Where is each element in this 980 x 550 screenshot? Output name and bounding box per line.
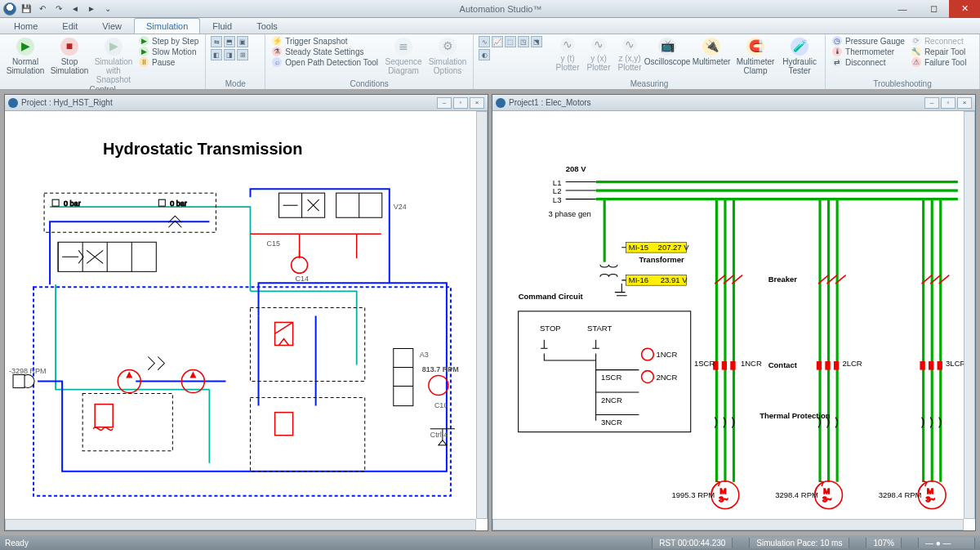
- zoom-slider[interactable]: — ● —: [918, 538, 975, 548]
- svg-rect-20: [95, 405, 113, 427]
- svg-text:A3: A3: [420, 351, 429, 359]
- maximize-button[interactable]: ◻: [918, 0, 949, 18]
- mode-icon[interactable]: ⊞: [237, 49, 248, 60]
- open-path-button[interactable]: ⌕Open Path Detection Tool: [270, 57, 380, 67]
- pause-button[interactable]: ⏸Pause: [137, 57, 200, 67]
- group-label-mode: Mode: [211, 78, 260, 89]
- hscroll[interactable]: [5, 519, 476, 530]
- trigger-snapshot-button[interactable]: ⚡Trigger Snapshot: [270, 36, 380, 46]
- doc-min-icon[interactable]: –: [437, 97, 452, 109]
- multimeter-button[interactable]: 🔌Multimeter: [691, 36, 732, 66]
- pressure-gauge-button[interactable]: ◷Pressure Gauge: [831, 36, 906, 46]
- step-button[interactable]: ▶Step by Step: [137, 36, 200, 46]
- tab-fluid[interactable]: Fluid: [200, 18, 244, 34]
- window-buttons: — ◻ ✕: [887, 0, 980, 18]
- repair-tool-button[interactable]: 🔧Repair Tool: [910, 47, 969, 56]
- svg-rect-12: [52, 199, 59, 206]
- stop-sim-button[interactable]: ■Stop Simulation: [49, 36, 90, 75]
- mode-icon[interactable]: ▣: [237, 36, 248, 47]
- plot-icon[interactable]: ◳: [518, 36, 529, 47]
- mode-icon[interactable]: ◧: [211, 49, 222, 60]
- tab-home[interactable]: Home: [2, 18, 50, 34]
- multimeter-clamp-button[interactable]: 🧲Multimeter Clamp: [735, 36, 776, 75]
- status-zoom[interactable]: 107%: [866, 538, 902, 548]
- qat-undo-icon[interactable]: ↶: [36, 2, 49, 16]
- tab-view[interactable]: View: [90, 18, 134, 34]
- titlebar: 💾 ↶ ↷ ◄ ► ⌄ Automation Studio™ — ◻ ✕: [0, 0, 980, 18]
- app-icon: [3, 2, 16, 16]
- qat-redo-icon[interactable]: ↷: [52, 2, 65, 16]
- hydraulic-canvas[interactable]: Hydrostatic Transmission: [5, 111, 488, 530]
- svg-text:V24: V24: [394, 203, 407, 211]
- svg-rect-38: [730, 361, 735, 370]
- status-bar: Ready RST 00:00:44.230 Simulation Pace: …: [0, 535, 980, 550]
- slow-button[interactable]: ▶Slow Motion: [137, 47, 200, 56]
- sim-options-button[interactable]: ⚙Simulation Options: [427, 36, 468, 75]
- svg-rect-0: [33, 287, 451, 495]
- vscroll[interactable]: [476, 111, 488, 519]
- plot-icon[interactable]: ◐: [479, 49, 490, 60]
- normal-sim-button[interactable]: ▶Normal Simulation: [5, 36, 46, 75]
- svg-text:208 V: 208 V: [566, 164, 586, 173]
- svg-rect-44: [938, 361, 942, 370]
- hydraulic-schematic: C15 C14 V24 0 bar 0 bar A3 C10 Ctrl 4: [5, 111, 488, 530]
- mode-icon[interactable]: ◨: [224, 49, 235, 60]
- svg-text:1SCR: 1SCR: [601, 373, 621, 382]
- doc-title-text: Project1 : Elec_Motors: [509, 98, 591, 107]
- doc-close-icon[interactable]: ×: [957, 97, 972, 109]
- sim-snapshot-button[interactable]: ▶Simulation with Snapshot: [93, 36, 134, 84]
- svg-text:3~: 3~: [926, 494, 935, 503]
- quick-access-toolbar: 💾 ↶ ↷ ◄ ► ⌄: [0, 2, 114, 16]
- disconnect-button[interactable]: ⇄Disconnect: [831, 57, 906, 67]
- sequence-diagram-button[interactable]: ≣Sequence Diagram: [383, 36, 424, 75]
- close-button[interactable]: ✕: [949, 0, 980, 18]
- svg-text:Ctrl 4: Ctrl 4: [430, 431, 448, 439]
- doc-max-icon[interactable]: ▫: [941, 97, 956, 109]
- doc-close-icon[interactable]: ×: [470, 97, 484, 109]
- vscroll[interactable]: [964, 111, 975, 519]
- plot-icon[interactable]: ⬚: [505, 36, 516, 47]
- svg-rect-14: [158, 199, 165, 206]
- steady-state-button[interactable]: ⚗Steady State Settings: [270, 47, 380, 56]
- mode-icon[interactable]: ⇆: [211, 36, 222, 47]
- plotter-zxy-button[interactable]: ∿z (x,y) Plotter: [616, 36, 644, 72]
- plot-icon[interactable]: ∿: [479, 36, 490, 47]
- doc-titlebar-left[interactable]: Project : Hyd_HST_Right – ▫ ×: [5, 95, 488, 111]
- qat-right-icon[interactable]: ►: [85, 2, 98, 16]
- svg-point-8: [292, 257, 308, 273]
- tab-simulation[interactable]: Simulation: [134, 18, 200, 34]
- svg-rect-39: [817, 361, 822, 370]
- qat-save-icon[interactable]: 💾: [20, 2, 33, 16]
- svg-text:L1: L1: [553, 178, 562, 187]
- workspace: Project : Hyd_HST_Right – ▫ × Hydrostati…: [0, 90, 980, 535]
- tab-tools[interactable]: Tools: [244, 18, 290, 34]
- ribbon: ▶Normal Simulation ■Stop Simulation ▶Sim…: [0, 34, 980, 90]
- mode-icon[interactable]: ⬒: [224, 36, 235, 47]
- oscilloscope-button[interactable]: 📺Oscilloscope: [647, 36, 688, 66]
- svg-text:3~: 3~: [822, 494, 831, 503]
- thermometer-button[interactable]: 🌡Thermometer: [831, 47, 906, 56]
- group-label-measuring: Measuring: [479, 78, 820, 89]
- minimize-button[interactable]: —: [887, 0, 918, 18]
- plotter-yx-button[interactable]: ∿y (x) Plotter: [585, 36, 612, 72]
- hydraulic-tester-button[interactable]: 🧪Hydraulic Tester: [779, 36, 820, 75]
- qat-left-icon[interactable]: ◄: [69, 2, 82, 16]
- doc-titlebar-right[interactable]: Project1 : Elec_Motors – ▫ ×: [492, 95, 975, 111]
- hscroll[interactable]: [492, 519, 964, 530]
- reconnect-button[interactable]: ⟳Reconnect: [910, 36, 969, 46]
- failure-tool-button[interactable]: ⚠Failure Tool: [910, 57, 969, 67]
- plot-icon[interactable]: ⬔: [531, 36, 542, 47]
- doc-max-icon[interactable]: ▫: [453, 97, 468, 109]
- ribbon-group-control: ▶Normal Simulation ■Stop Simulation ▶Sim…: [0, 34, 206, 89]
- tab-edit[interactable]: Edit: [50, 18, 90, 34]
- qat-more-icon[interactable]: ⌄: [101, 2, 114, 16]
- svg-text:0 bar: 0 bar: [170, 199, 187, 208]
- svg-point-77: [642, 348, 654, 360]
- status-ready: Ready: [5, 539, 29, 548]
- plotter-yt-button[interactable]: ∿y (t) Plotter: [554, 36, 581, 72]
- doc-min-icon[interactable]: –: [924, 97, 939, 109]
- svg-text:3298.4 RPM: 3298.4 RPM: [879, 490, 922, 499]
- electrical-canvas[interactable]: 208 V L1 L2 L3 3 phase gen: [492, 111, 975, 530]
- svg-text:1NCR: 1NCR: [741, 359, 762, 368]
- plot-icon[interactable]: 📈: [492, 36, 503, 47]
